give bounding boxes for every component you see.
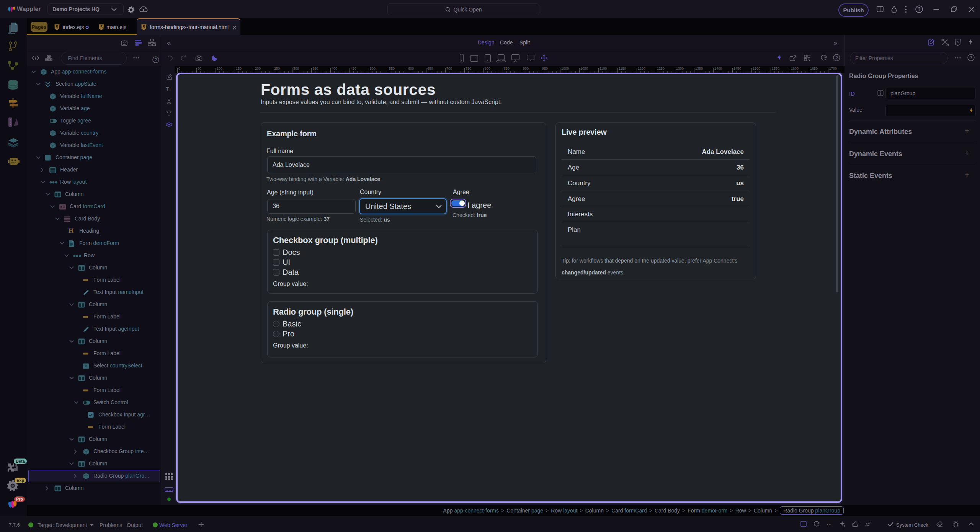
svg-text:5: 5 xyxy=(143,25,145,29)
svg-text:5: 5 xyxy=(56,25,58,29)
svg-text:5: 5 xyxy=(100,25,103,29)
svg-text:?: ? xyxy=(918,7,921,12)
svg-text:?: ? xyxy=(155,57,157,62)
svg-text:?: ? xyxy=(970,55,972,60)
svg-text:3: 3 xyxy=(957,41,959,44)
svg-text:?: ? xyxy=(835,55,838,60)
